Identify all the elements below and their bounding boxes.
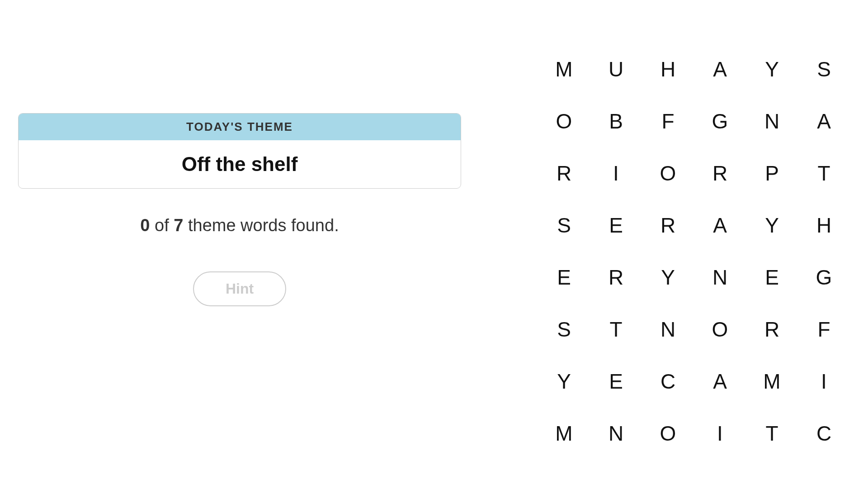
letter-cell[interactable]: P bbox=[746, 147, 798, 199]
letter-cell[interactable]: E bbox=[538, 251, 590, 303]
letter-cell[interactable]: H bbox=[798, 199, 850, 251]
letter-cell[interactable]: O bbox=[642, 407, 694, 459]
info-panel: TODAY'S THEME Off the shelf 0 of 7 theme… bbox=[0, 0, 479, 480]
letter-cell[interactable]: N bbox=[642, 303, 694, 355]
letter-cell[interactable]: T bbox=[746, 407, 798, 459]
letter-cell[interactable]: G bbox=[694, 95, 746, 147]
letter-cell[interactable]: R bbox=[538, 147, 590, 199]
grid-panel: MUHAYSOBFGNARIORPTSERAYHERYNEGSTNORFYECA… bbox=[479, 0, 868, 480]
progress-suffix: theme words found. bbox=[183, 216, 339, 235]
letter-cell[interactable]: S bbox=[538, 199, 590, 251]
letter-cell[interactable]: C bbox=[642, 355, 694, 407]
progress-total-count: 7 bbox=[174, 216, 183, 235]
letter-cell[interactable]: O bbox=[538, 95, 590, 147]
letter-cell[interactable]: A bbox=[694, 199, 746, 251]
letter-cell[interactable]: I bbox=[694, 407, 746, 459]
letter-cell[interactable]: T bbox=[798, 147, 850, 199]
letter-cell[interactable]: E bbox=[590, 355, 642, 407]
letter-cell[interactable]: Y bbox=[642, 251, 694, 303]
letter-cell[interactable]: A bbox=[694, 355, 746, 407]
letter-cell[interactable]: M bbox=[538, 407, 590, 459]
letter-cell[interactable]: R bbox=[642, 199, 694, 251]
letter-cell[interactable]: I bbox=[798, 355, 850, 407]
letter-cell[interactable]: S bbox=[538, 303, 590, 355]
letter-cell[interactable]: B bbox=[590, 95, 642, 147]
letter-cell[interactable]: A bbox=[798, 95, 850, 147]
letter-cell[interactable]: E bbox=[746, 251, 798, 303]
letter-cell[interactable]: N bbox=[694, 251, 746, 303]
letter-cell[interactable]: S bbox=[798, 43, 850, 95]
theme-title: Off the shelf bbox=[19, 140, 461, 188]
letter-cell[interactable]: T bbox=[590, 303, 642, 355]
letter-cell[interactable]: E bbox=[590, 199, 642, 251]
letter-cell[interactable]: I bbox=[590, 147, 642, 199]
hint-button[interactable]: Hint bbox=[193, 271, 286, 306]
letter-cell[interactable]: Y bbox=[538, 355, 590, 407]
game-container: TODAY'S THEME Off the shelf 0 of 7 theme… bbox=[0, 0, 868, 480]
letter-cell[interactable]: Y bbox=[746, 199, 798, 251]
letter-grid: MUHAYSOBFGNARIORPTSERAYHERYNEGSTNORFYECA… bbox=[538, 43, 868, 459]
theme-header-label: TODAY'S THEME bbox=[19, 114, 461, 140]
letter-cell[interactable]: U bbox=[590, 43, 642, 95]
letter-cell[interactable]: H bbox=[642, 43, 694, 95]
letter-cell[interactable]: A bbox=[694, 43, 746, 95]
letter-cell[interactable]: M bbox=[538, 43, 590, 95]
letter-cell[interactable]: O bbox=[642, 147, 694, 199]
letter-cell[interactable]: G bbox=[798, 251, 850, 303]
progress-text: 0 of 7 theme words found. bbox=[140, 216, 339, 235]
letter-cell[interactable]: R bbox=[694, 147, 746, 199]
letter-cell[interactable]: O bbox=[694, 303, 746, 355]
letter-cell[interactable]: N bbox=[746, 95, 798, 147]
letter-cell[interactable]: F bbox=[642, 95, 694, 147]
letter-cell[interactable]: R bbox=[590, 251, 642, 303]
theme-card: TODAY'S THEME Off the shelf bbox=[18, 113, 461, 189]
progress-separator: of bbox=[150, 216, 174, 235]
letter-cell[interactable]: Y bbox=[746, 43, 798, 95]
letter-cell[interactable]: F bbox=[798, 303, 850, 355]
letter-cell[interactable]: N bbox=[590, 407, 642, 459]
progress-found-count: 0 bbox=[140, 216, 150, 235]
letter-cell[interactable]: M bbox=[746, 355, 798, 407]
letter-cell[interactable]: C bbox=[798, 407, 850, 459]
letter-cell[interactable]: R bbox=[746, 303, 798, 355]
